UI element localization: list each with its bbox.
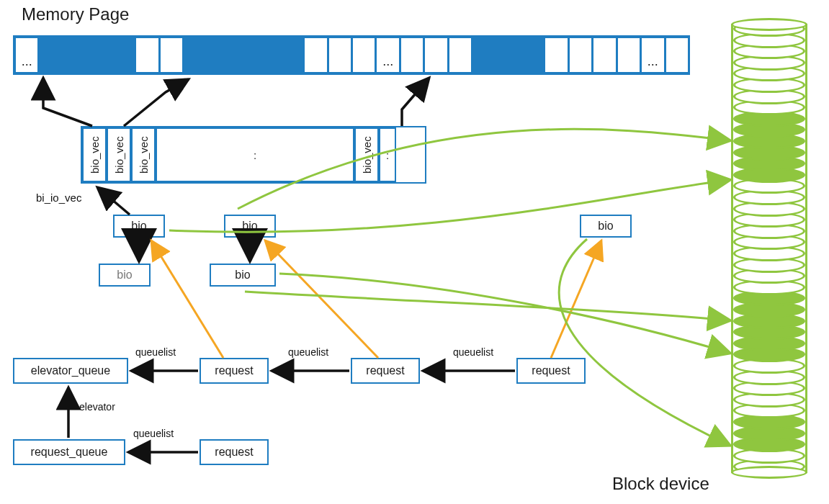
request-queue-box: request_queue bbox=[13, 439, 125, 465]
bio-box-2: bio bbox=[224, 215, 276, 238]
queuelist-label: queuelist bbox=[135, 346, 176, 358]
elevator-queue-box: elevator_queue bbox=[13, 358, 128, 384]
request-box-2: request bbox=[351, 358, 420, 384]
cylinder-cap-top bbox=[731, 18, 807, 31]
bio-box-4: bio bbox=[99, 264, 151, 287]
memory-cell-empty bbox=[328, 37, 352, 73]
cylinder-cap-bottom bbox=[731, 466, 807, 479]
memory-cell-ellipsis: ... bbox=[375, 37, 400, 73]
block-device-cylinder bbox=[731, 18, 807, 479]
memory-cell-filled bbox=[520, 37, 545, 73]
title: Memory Page bbox=[22, 4, 129, 24]
memory-cell-empty bbox=[424, 37, 448, 73]
memory-cell-empty bbox=[135, 37, 159, 73]
memory-cell-empty bbox=[617, 37, 641, 73]
memory-cell-ellipsis: ... bbox=[14, 37, 39, 73]
memory-cell-filled bbox=[38, 37, 63, 73]
memory-cell-empty bbox=[400, 37, 424, 73]
memory-cell-empty bbox=[592, 37, 617, 73]
request-box-1: request bbox=[200, 358, 269, 384]
bio-box-3: bio bbox=[580, 215, 632, 238]
memory-cell-filled bbox=[255, 37, 279, 73]
memory-cell-empty bbox=[665, 37, 689, 73]
block-device-label: Block device bbox=[612, 474, 709, 494]
bio-vec-cell: bio_vec bbox=[82, 127, 107, 182]
bio-label: bio bbox=[131, 220, 146, 233]
queuelist-label: queuelist bbox=[288, 346, 328, 358]
memory-cell-filled bbox=[472, 37, 496, 73]
elevator-label: elevator bbox=[79, 401, 115, 413]
cylinder-body bbox=[731, 24, 807, 473]
request-box-4: request bbox=[200, 439, 269, 465]
memory-cell-empty bbox=[159, 37, 184, 73]
memory-cell-empty bbox=[351, 37, 376, 73]
bio-vec-end: : bbox=[379, 127, 396, 182]
bio-label: bio bbox=[242, 220, 257, 233]
bio-vec-spacer: : bbox=[156, 127, 354, 182]
arrows-overlay bbox=[0, 0, 829, 504]
memory-cell-empty bbox=[448, 37, 472, 73]
bio-vec-cell: bio_vec bbox=[107, 127, 131, 182]
memory-cell-filled bbox=[231, 37, 256, 73]
memory-cell-filled bbox=[63, 37, 87, 73]
request-label: request bbox=[215, 446, 253, 459]
bi-io-vec-label: bi_io_vec bbox=[36, 192, 81, 204]
queuelist-label: queuelist bbox=[453, 346, 493, 358]
memory-cell-empty bbox=[544, 37, 568, 73]
memory-cell-ellipsis: ... bbox=[640, 37, 665, 73]
memory-cell-filled bbox=[111, 37, 135, 73]
request-label: request bbox=[532, 364, 570, 377]
bio-vec-cell: bio_vec bbox=[131, 127, 156, 182]
request-queue-label: request_queue bbox=[31, 446, 108, 459]
memory-cell-filled bbox=[86, 37, 111, 73]
request-label: request bbox=[215, 364, 253, 377]
bio-box-1: bio bbox=[113, 215, 165, 238]
memory-cell-filled bbox=[207, 37, 231, 73]
bio-label: bio bbox=[598, 220, 613, 233]
memory-cell-filled bbox=[279, 37, 304, 73]
request-box-3: request bbox=[516, 358, 586, 384]
request-label: request bbox=[366, 364, 404, 377]
bio-label: bio bbox=[235, 269, 250, 282]
memory-cell-filled bbox=[183, 37, 207, 73]
bio-label: bio bbox=[117, 269, 132, 282]
memory-cell-filled bbox=[496, 37, 521, 73]
bio-box-5: bio bbox=[210, 264, 276, 287]
bio-vec-cell: bio_vec bbox=[354, 127, 379, 182]
elevator-queue-label: elevator_queue bbox=[31, 364, 110, 377]
memory-cell-empty bbox=[303, 37, 328, 73]
memory-cell-empty bbox=[568, 37, 593, 73]
queuelist-label: queuelist bbox=[133, 428, 174, 439]
